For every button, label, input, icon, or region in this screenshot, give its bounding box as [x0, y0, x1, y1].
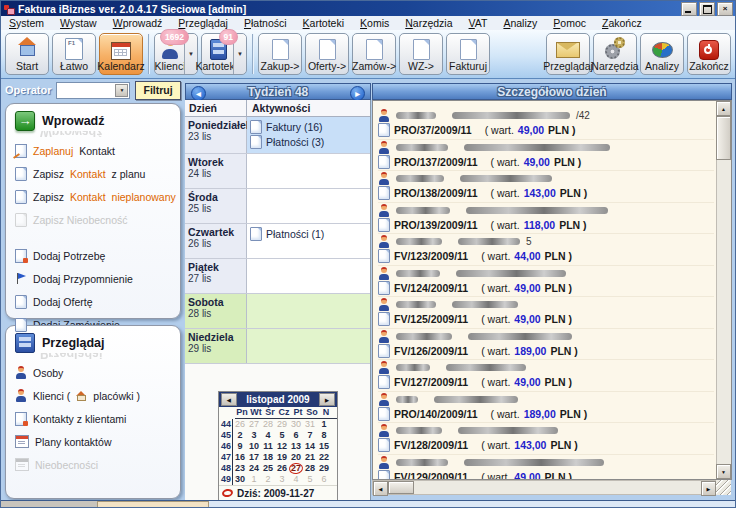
previous-week-button[interactable]: ◀ [191, 86, 206, 101]
calendar-day-20[interactable]: 20 [289, 452, 303, 463]
day-cell-sobota[interactable]: Sobota28 lis [185, 294, 247, 328]
scroll-up-button[interactable]: ▲ [716, 101, 731, 116]
calendar-day-1[interactable]: 1 [317, 419, 331, 430]
activities-cell-poniedzialek[interactable]: Faktury (16)Płatności (3) [247, 117, 370, 153]
link-osoby[interactable]: Osoby [15, 361, 175, 384]
menu-item-wprowadz[interactable]: Wprowadź [105, 16, 171, 30]
calendar-day-5[interactable]: 5 [303, 474, 317, 485]
link-dodaj-przypomnienie[interactable]: Dodaj Przypomnienie [15, 267, 175, 290]
calendar-day-13[interactable]: 13 [289, 441, 303, 452]
calendar-day-12[interactable]: 12 [275, 441, 289, 452]
calendar-day-19[interactable]: 19 [275, 452, 289, 463]
activity-faktury-16[interactable]: Faktury (16) [248, 119, 369, 134]
activity-platnosci-1[interactable]: Płatności (1) [248, 226, 369, 241]
calendar-day-25[interactable]: 25 [261, 463, 275, 474]
entry-fv-123-2009-11[interactable]: 5FV/123/2009/11( wart.44,00PLN ) [378, 234, 714, 266]
day-cell-poniedzialek[interactable]: Poniedziałek23 lis [185, 117, 247, 153]
calendar-day-29[interactable]: 29 [317, 463, 331, 474]
toolbar-button-kalendarz[interactable]: Kalendarz [99, 33, 143, 75]
toolbar-button-narzedzia[interactable]: Narzędzia [593, 33, 637, 75]
toolbar-button-zamow[interactable]: Zamów-> [352, 33, 396, 75]
toolbar-button-latwo[interactable]: F1Łatwo [52, 33, 96, 75]
menu-item-analizy[interactable]: Analizy [495, 16, 545, 30]
previous-month-button[interactable]: ◀ [221, 393, 237, 406]
entry-fv-129-2009-11[interactable]: FV/129/2009/11( wart.49,00PLN ) [378, 455, 714, 480]
calendar-day-27[interactable]: 27 [247, 419, 261, 430]
link-plany-kontaktow[interactable]: Plany kontaktów [15, 430, 175, 453]
calendar-day-2[interactable]: 2 [261, 474, 275, 485]
calendar-day-14[interactable]: 14 [303, 441, 317, 452]
day-cell-niedziela[interactable]: Niedziela29 lis [185, 329, 247, 363]
calendar-day-21[interactable]: 21 [303, 452, 317, 463]
calendar-day-6[interactable]: 6 [317, 474, 331, 485]
menu-item-przegladaj[interactable]: Przeglądaj [170, 16, 236, 30]
entry-pro-137-2009-11[interactable]: PRO/137/2009/11( wart.49,00PLN ) [378, 140, 714, 172]
menu-item-wystaw[interactable]: Wystaw [52, 16, 105, 30]
link-kontakty-z-klientami[interactable]: Kontakty z klientami [15, 407, 175, 430]
activities-cell-piatek[interactable] [247, 259, 370, 293]
scroll-down-button[interactable]: ▼ [716, 464, 731, 479]
calendar-day-26[interactable]: 26 [275, 463, 289, 474]
day-cell-wtorek[interactable]: Wtorek24 lis [185, 154, 247, 188]
vertical-scroll-thumb[interactable] [716, 116, 731, 160]
next-week-button[interactable]: ▶ [350, 86, 365, 101]
calendar-day-10[interactable]: 10 [247, 441, 261, 452]
filter-button[interactable]: Filtruj [135, 81, 180, 100]
activities-cell-czwartek[interactable]: Płatności (1) [247, 224, 370, 258]
entry-pro-139-2009-11[interactable]: PRO/139/2009/11( wart.118,00PLN ) [378, 203, 714, 235]
activities-cell-sobota[interactable] [247, 294, 370, 328]
entry-fv-127-2009-11[interactable]: FV/127/2009/11( wart.49,00PLN ) [378, 360, 714, 392]
link-dodaj-oferte[interactable]: Dodaj Ofertę [15, 290, 175, 313]
calendar-day-3[interactable]: 3 [247, 430, 261, 441]
calendar-day-4[interactable]: 4 [261, 430, 275, 441]
link-klienci-placowki[interactable]: Klienci ( placówki ) [15, 384, 175, 407]
day-cell-piatek[interactable]: Piątek27 lis [185, 259, 247, 293]
calendar-day-5[interactable]: 5 [275, 430, 289, 441]
toolbar-button-wz[interactable]: WZ-> [399, 33, 443, 75]
vertical-scrollbar[interactable]: ▲ ▼ [716, 101, 731, 479]
calendar-day-31[interactable]: 31 [303, 419, 317, 430]
calendar-day-26[interactable]: 26 [233, 419, 247, 430]
link-dodaj-potrzebe[interactable]: Dodaj Potrzebę [15, 244, 175, 267]
calendar-day-2[interactable]: 2 [233, 430, 247, 441]
calendar-day-6[interactable]: 6 [289, 430, 303, 441]
calendar-day-9[interactable]: 9 [233, 441, 247, 452]
link-zapisz-kontakt-z-planu[interactable]: Zapisz Kontakt z planu [15, 162, 175, 185]
calendar-day-1[interactable]: 1 [247, 474, 261, 485]
toolbar-button-start[interactable]: Start [5, 33, 49, 75]
calendar-day-27[interactable]: 27 [289, 463, 303, 474]
calendar-day-3[interactable]: 3 [275, 474, 289, 485]
resize-grip[interactable] [716, 480, 731, 495]
link-zaplanuj-kontakt[interactable]: Zaplanuj Kontakt [15, 139, 175, 162]
calendar-day-30[interactable]: 30 [233, 474, 247, 485]
entry-pro-138-2009-11[interactable]: PRO/138/2009/11( wart.143,00PLN ) [378, 171, 714, 203]
entry-pro-140-2009-11[interactable]: PRO/140/2009/11( wart.189,00PLN ) [378, 392, 714, 424]
menu-item-zakoncz[interactable]: Zakończ [594, 16, 650, 30]
activities-cell-wtorek[interactable] [247, 154, 370, 188]
entry-fv-124-2009-11[interactable]: FV/124/2009/11( wart.49,00PLN ) [378, 266, 714, 298]
scroll-left-button[interactable]: ◀ [373, 481, 388, 496]
calendar-day-8[interactable]: 8 [317, 430, 331, 441]
toolbar-button-klienci[interactable]: Klienci1692▼ [154, 33, 198, 75]
menu-item-system[interactable]: System [1, 16, 52, 30]
menu-item-kartoteki[interactable]: Kartoteki [295, 16, 352, 30]
calendar-day-18[interactable]: 18 [261, 452, 275, 463]
calendar-day-28[interactable]: 28 [261, 419, 275, 430]
calendar-day-7[interactable]: 7 [303, 430, 317, 441]
link-zapisz-kontakt-nieplanowany[interactable]: Zapisz Kontakt nieplanowany [15, 185, 175, 208]
day-cell-czwartek[interactable]: Czwartek26 lis [185, 224, 247, 258]
menu-item-vat[interactable]: VAT [461, 16, 496, 30]
entry-fv-125-2009-11[interactable]: FV/125/2009/11( wart.49,00PLN ) [378, 297, 714, 329]
calendar-day-11[interactable]: 11 [261, 441, 275, 452]
activities-cell-niedziela[interactable] [247, 329, 370, 363]
calendar-day-30[interactable]: 30 [289, 419, 303, 430]
scroll-right-button[interactable]: ▶ [701, 481, 716, 496]
horizontal-scroll-thumb[interactable] [388, 481, 414, 494]
calendar-day-17[interactable]: 17 [247, 452, 261, 463]
toolbar-button-analizy[interactable]: Analizy [640, 33, 684, 75]
entry-fv-126-2009-11[interactable]: FV/126/2009/11( wart.189,00PLN ) [378, 329, 714, 361]
menu-item-platnosci[interactable]: Płatności [236, 16, 295, 30]
maximize-button[interactable] [699, 2, 715, 16]
next-month-button[interactable]: ▶ [319, 393, 335, 406]
entry-fv-128-2009-11[interactable]: FV/128/2009/11( wart.143,00PLN ) [378, 423, 714, 455]
